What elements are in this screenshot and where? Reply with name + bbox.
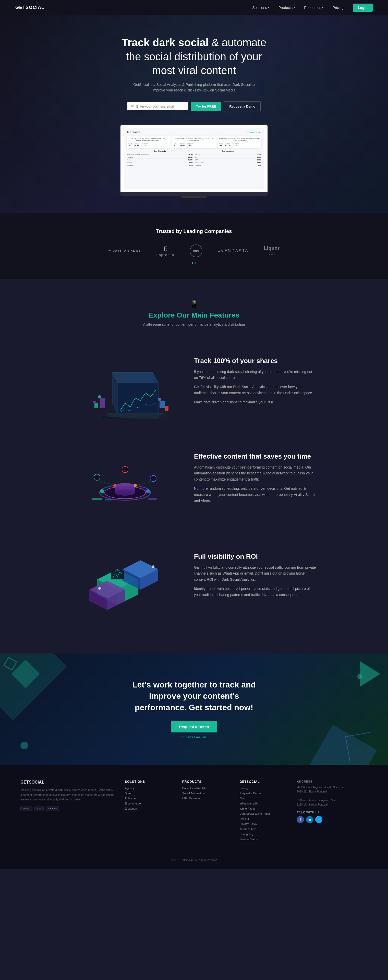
nav-links: Solutions ▾ Products ▾ Resources ▾ Prici… xyxy=(252,3,373,12)
copyright-text: © 2021 GetSocial - All rights reserved xyxy=(171,858,217,861)
logo-daystar: ★ DAYSTAR NEWS xyxy=(108,249,141,252)
feature-title-2: Effective content that saves you time xyxy=(194,452,317,460)
footer-address-col: ADDRESS 2602 R. Dom Augusto Eduardo Nune… xyxy=(297,780,367,843)
feature-block-3: Full visibility on ROI Gain full visibil… xyxy=(67,536,321,618)
svg-rect-8 xyxy=(100,398,105,408)
footer-link-pricing[interactable]: Pricing xyxy=(239,787,287,790)
feature-para-3-0: Gain full visibility and correctly attri… xyxy=(194,565,317,583)
nav-solutions[interactable]: Solutions ▾ xyxy=(252,6,269,10)
dashboard-bottom: Top Channels Dark Social (Private Messag… xyxy=(127,150,261,167)
request-demo-hero-button[interactable]: Request a Demo xyxy=(223,102,261,111)
footer-bottom: © 2021 GetSocial - All rights reserved xyxy=(21,853,367,861)
logo-mtv: mtv xyxy=(190,245,203,257)
deco-circle-left xyxy=(21,741,28,749)
hero-section: Track dark social & automate the social … xyxy=(0,15,388,213)
laptop-base xyxy=(120,192,268,196)
login-button[interactable]: Login xyxy=(353,3,373,12)
footer-link-dark-social-white-paper[interactable]: Dark Social White Paper xyxy=(239,812,287,815)
footer-talk-title: TALK WITH US xyxy=(297,811,367,814)
feature-image-3 xyxy=(71,536,179,618)
twitter-icon[interactable]: t xyxy=(315,816,322,823)
footer-link-opt-out[interactable]: Opt-out xyxy=(239,817,287,820)
svg-point-12 xyxy=(98,395,101,398)
hero-email-wrapper: ✉ xyxy=(127,102,188,110)
svg-rect-9 xyxy=(95,403,98,408)
feature-para-1-0: If you're not tracking dark social shari… xyxy=(194,369,317,381)
channel-row: LinkedIn 6.89% xyxy=(127,161,193,164)
nav-logo: GETSOCIAL xyxy=(15,5,44,10)
footer-link-changelog[interactable]: Changelog xyxy=(239,833,287,836)
dashboard-title: Top Stories xyxy=(127,131,140,134)
feature-title-1: Track 100% of your shares xyxy=(194,357,317,365)
location-row: Germany 3.6% xyxy=(195,164,261,167)
location-row: USA 18.2% xyxy=(195,159,261,161)
channel-row: Dark Social (Private Messaging) 64.54% xyxy=(127,153,193,156)
feature-para-2-0: Automatically distribute your best-perfo… xyxy=(194,465,317,483)
svg-rect-10 xyxy=(160,401,165,408)
carousel-dot[interactable] xyxy=(192,262,193,264)
svg-point-14 xyxy=(158,398,161,401)
footer-link-terms[interactable]: Terms of Use xyxy=(239,827,287,830)
footer-link-request-demo[interactable]: Request a Demo xyxy=(239,792,287,795)
dashboard-card: Influencer Marketing Case Study: How to … xyxy=(217,136,261,148)
footer-link-social-automation[interactable]: Social Automation xyxy=(182,792,230,795)
footer-brand-desc: Tracking 100 million private & dark soci… xyxy=(21,788,115,802)
footer-link-blog[interactable]: Blog xyxy=(239,797,287,800)
footer-link-brand[interactable]: Brand xyxy=(125,792,172,795)
footer-link-dark-social[interactable]: Dark Social Analytics xyxy=(182,787,230,790)
social-icons-row: f in t xyxy=(297,816,367,823)
nav-pricing[interactable]: Pricing xyxy=(333,6,344,10)
feature-text-1: Track 100% of your shares If you're not … xyxy=(194,357,317,409)
hero-headline-bold: Track dark social xyxy=(122,37,209,49)
footer-link-white-paper[interactable]: White Paper xyxy=(239,807,287,810)
svg-rect-35 xyxy=(92,498,102,500)
footer-link-agency[interactable]: Agency xyxy=(125,787,172,790)
dashboard-cards: 4 Eye-Opening Reasons to Measure The Eff… xyxy=(127,136,261,148)
svg-line-32 xyxy=(97,480,115,485)
footer-link-privacy[interactable]: Privacy Policy xyxy=(239,822,287,826)
footer-logo: GETSOCIAL xyxy=(21,780,115,784)
deco-triangle-right xyxy=(360,661,380,688)
svg-line-33 xyxy=(135,482,153,485)
facebook-icon[interactable]: f xyxy=(297,816,304,823)
carousel-dot[interactable] xyxy=(195,262,196,264)
footer-brand-col: GETSOCIAL Tracking 100 million private &… xyxy=(21,780,115,843)
svg-rect-37 xyxy=(148,498,157,500)
channel-row: Twitter 11.24% xyxy=(127,159,193,161)
footer-link-influencer-wiki[interactable]: Influencer Wiki xyxy=(239,802,287,805)
footer: GETSOCIAL Tracking 100 million private &… xyxy=(0,765,388,869)
footer-link-publisher[interactable]: Publisher xyxy=(125,797,172,800)
view-all-stories-link[interactable]: View All Stories xyxy=(247,131,261,134)
footer-link-ecommerce[interactable]: E-commerce xyxy=(125,802,172,805)
footer-badge-alentejo: Alentejo xyxy=(21,806,32,811)
try-free-button[interactable]: Try for FREE xyxy=(191,102,221,111)
feature-block-1: Track 100% of your shares If you're not … xyxy=(67,342,321,423)
request-demo-cta-button[interactable]: Request a Demo xyxy=(171,721,217,732)
laptop-mockup: Top Stories View All Stories 4 Eye-Openi… xyxy=(120,124,268,198)
email-input[interactable] xyxy=(136,105,184,108)
hero-subtext: GetSocial is a Social Analytics & Publis… xyxy=(133,82,255,93)
svg-text:in: in xyxy=(124,469,126,471)
features-section: 📱 Explore Our Main Features A all-in-one… xyxy=(0,279,388,654)
automation-illustration: f t in xyxy=(77,441,174,518)
footer-address-title: ADDRESS xyxy=(297,780,367,783)
nav-resources[interactable]: Resources ▾ xyxy=(304,6,323,10)
dashboard-card: 4 Eye-Opening Reasons to Measure The Eff… xyxy=(127,136,171,148)
svg-rect-47 xyxy=(111,571,124,579)
footer-link-url-shortener[interactable]: URL Shortener xyxy=(182,797,230,800)
cta-title: Let's work together to track and improve… xyxy=(130,679,258,713)
trusted-title: Trusted by Leading Companies xyxy=(15,228,373,234)
footer-getsocial-title: GETSOCIAL xyxy=(239,780,287,784)
top-channels-table: Top Channels Dark Social (Private Messag… xyxy=(127,150,193,167)
cta-free-trial-link[interactable]: or Start a Free Trial xyxy=(15,735,373,739)
feature-image-2: f t in xyxy=(71,439,179,521)
linkedin-icon[interactable]: in xyxy=(306,816,313,823)
footer-link-esupport[interactable]: E-support xyxy=(125,807,172,810)
channel-row: Facebook 14.63% xyxy=(127,156,193,159)
footer-solutions-col: SOLUTIONS Agency Brand Publisher E-comme… xyxy=(125,780,172,843)
top-locations-table: Top Locations France 37.1% UK 26.3% USA … xyxy=(195,150,261,167)
roi-illustration xyxy=(77,539,174,615)
nav-products[interactable]: Products ▾ xyxy=(279,6,295,10)
email-icon: ✉ xyxy=(131,104,134,108)
footer-link-service-status[interactable]: Service Status xyxy=(239,838,287,841)
